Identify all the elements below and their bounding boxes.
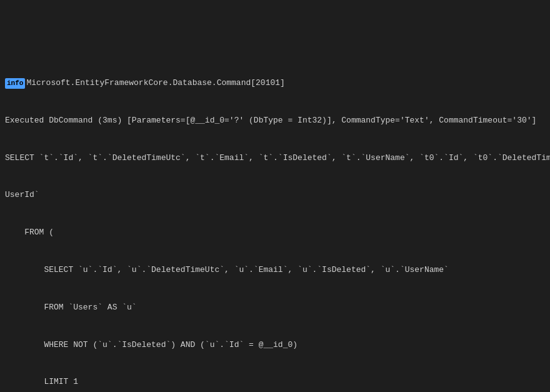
terminal-output: info Microsoft.EntityFrameworkCore.Datab…: [0, 0, 550, 392]
inner-limit-1: LIMIT 1: [0, 376, 550, 389]
executed-line-1: Executed DbCommand (3ms) [Parameters=[@_…: [0, 114, 550, 128]
info-line-1: info Microsoft.EntityFrameworkCore.Datab…: [0, 77, 550, 90]
info-tag-1: info: [5, 78, 25, 89]
inner-select-1: SELECT `u`.`Id`, `u`.`DeletedTimeUtc`, `…: [0, 264, 550, 277]
inner-from-1: FROM `Users` AS `u`: [0, 301, 550, 314]
from-line-1: FROM (: [0, 226, 550, 239]
userid-line-1: UserId`: [0, 189, 550, 202]
select-line-1: SELECT `t`.`Id`, `t`.`DeletedTimeUtc`, `…: [0, 152, 550, 165]
inner-where-1: WHERE NOT (`u`.`IsDeleted`) AND (`u`.`Id…: [0, 339, 550, 352]
info-text-1: Microsoft.EntityFrameworkCore.Database.C…: [26, 77, 545, 90]
log-block-1: info Microsoft.EntityFrameworkCore.Datab…: [0, 51, 550, 392]
